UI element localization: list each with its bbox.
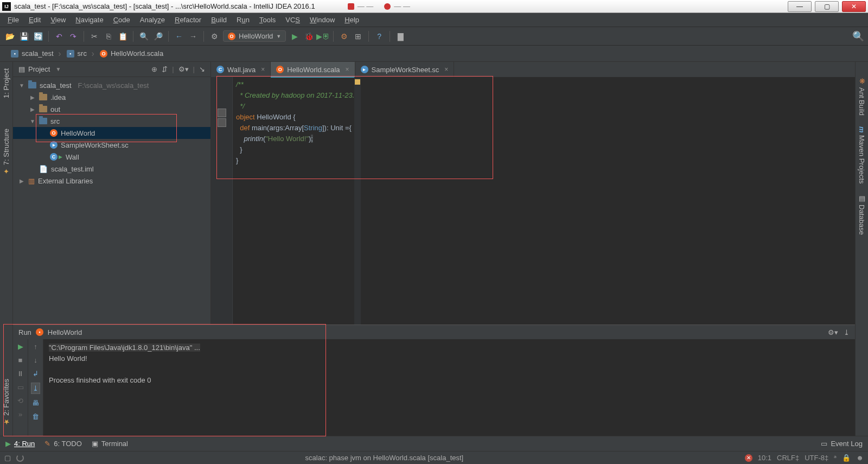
menu-file[interactable]: File <box>3 14 23 26</box>
paste-icon[interactable]: 📋 <box>117 31 128 42</box>
minimize-button[interactable]: — <box>788 1 812 12</box>
tree-arrow-icon[interactable]: ▶ <box>29 106 36 112</box>
menu-help[interactable]: Help <box>340 14 363 26</box>
close-tab-icon[interactable]: × <box>444 66 448 73</box>
tree-arrow-icon[interactable]: ▼ <box>18 82 25 88</box>
stop-icon[interactable]: ■ <box>18 356 23 364</box>
project-view-title[interactable]: Project <box>28 65 50 73</box>
run-coverage-icon[interactable]: ▶⛨ <box>317 31 328 42</box>
copy-icon[interactable]: ⎘ <box>103 31 114 42</box>
soft-wrap-icon[interactable]: ↲ <box>33 370 39 378</box>
tree-node[interactable]: ▶.idea <box>13 91 210 103</box>
collapse-all-icon[interactable]: ⇵ <box>162 65 168 73</box>
cut-icon[interactable]: ✂ <box>89 31 100 42</box>
menu-build[interactable]: Build <box>207 14 231 26</box>
project-structure-icon[interactable]: ⊞ <box>353 31 363 42</box>
menu-tools[interactable]: Tools <box>255 14 280 26</box>
todo-toolwindow-button[interactable]: ✎6: TODO <box>44 440 82 448</box>
menu-refactor[interactable]: Refactor <box>170 14 206 26</box>
menu-window[interactable]: Window <box>305 14 339 26</box>
run-configuration-dropdown[interactable]: O HelloWorld ▼ <box>223 30 286 42</box>
print-icon[interactable]: 🖶 <box>32 399 39 407</box>
close-tab-icon[interactable]: × <box>261 66 265 73</box>
editor-tab[interactable]: OHelloWorld.scala× <box>271 62 355 77</box>
help-icon[interactable]: ? <box>374 31 385 42</box>
lock-icon[interactable]: 🔒 <box>842 454 851 462</box>
maximize-button[interactable]: ▢ <box>815 1 839 12</box>
tree-arrow-icon[interactable]: ▶ <box>18 178 25 184</box>
search-everywhere-icon[interactable]: 🔍 <box>853 31 864 42</box>
run-toolwindow-button[interactable]: ▶4: Run <box>5 440 35 448</box>
run-console-output[interactable]: "C:\Program Files\Java\jdk1.8.0_121\bin\… <box>43 339 855 436</box>
event-log-button[interactable]: ▭Event Log <box>821 440 863 448</box>
open-icon[interactable]: 📂 <box>4 31 15 42</box>
code-content[interactable]: /** * Created by hadoop on 2017-11-23. *… <box>233 77 354 325</box>
caret-position[interactable]: 10:1 <box>758 454 771 462</box>
debug-icon[interactable]: 🐞 <box>303 31 314 42</box>
tree-node[interactable]: C▶Wall <box>13 151 210 163</box>
settings-gear-icon[interactable]: ⚙▾ <box>828 328 838 336</box>
tree-node[interactable]: OHelloWorld <box>13 127 210 139</box>
favorites-toolwindow-tab[interactable]: ★2: Favorites <box>1 374 11 430</box>
scroll-from-source-icon[interactable]: ⊕ <box>151 65 157 73</box>
replace-icon[interactable]: 🔎 <box>152 31 163 42</box>
file-encoding[interactable]: UTF-8‡ <box>805 454 828 462</box>
database-tab[interactable]: ▤Database <box>857 190 867 239</box>
tree-arrow-icon[interactable]: ▶ <box>29 94 36 100</box>
down-icon[interactable]: ↓ <box>34 356 37 364</box>
insert-mode-indicator[interactable]: ᵃ <box>834 454 837 462</box>
menu-analyze[interactable]: Analyze <box>136 14 169 26</box>
chevron-down-icon[interactable]: ▼ <box>55 66 61 72</box>
menu-view[interactable]: View <box>46 14 70 26</box>
breadcrumb-item[interactable]: ▪scala_test <box>5 48 59 59</box>
pause-icon[interactable]: ⏸ <box>17 370 24 378</box>
terminal-toolwindow-button[interactable]: ▣Terminal <box>92 440 128 448</box>
tree-node[interactable]: ▼src <box>13 115 210 127</box>
rerun-icon[interactable]: ▶ <box>18 342 23 351</box>
tree-node[interactable]: ▶out <box>13 103 210 115</box>
stop-icon[interactable]: ⚙ <box>339 31 349 42</box>
editor-tab[interactable]: ▸SampleWorkSheet.sc× <box>355 62 455 77</box>
project-tree[interactable]: ▼scala_testF:\scala_ws\scala_test▶.idea▶… <box>13 77 210 325</box>
breadcrumb-item[interactable]: ▪src <box>61 48 92 59</box>
ant-build-tab[interactable]: ❋Ant Build <box>857 73 867 120</box>
tree-node[interactable]: ▶▥External Libraries <box>13 175 210 187</box>
breadcrumb-item[interactable]: OHelloWorld.scala <box>94 48 169 59</box>
menu-code[interactable]: Code <box>109 14 135 26</box>
menu-navigate[interactable]: Navigate <box>71 14 107 26</box>
forward-icon[interactable]: → <box>188 31 199 42</box>
project-toolwindow-tab[interactable]: 1: Project <box>1 64 11 103</box>
menu-edit[interactable]: Edit <box>24 14 45 26</box>
editor-error-stripe[interactable] <box>354 77 361 325</box>
close-button[interactable]: ✕ <box>842 1 866 12</box>
tree-node[interactable]: ▼scala_testF:\scala_ws\scala_test <box>13 79 210 91</box>
maven-projects-tab[interactable]: mMaven Projects <box>857 122 867 188</box>
sbt-icon[interactable]: ▇ <box>395 31 406 42</box>
code-editor[interactable]: /** * Created by hadoop on 2017-11-23. *… <box>211 77 855 325</box>
dump-threads-icon[interactable]: ▭ <box>17 383 24 391</box>
clear-all-icon[interactable]: 🗑 <box>32 412 39 421</box>
structure-toolwindow-tab[interactable]: ✦7: Structure <box>1 124 11 180</box>
make-project-icon[interactable]: ⚙ <box>209 31 220 42</box>
gutter-run-icon[interactable] <box>218 109 226 117</box>
hide-toolwindow-icon[interactable]: ⤓ <box>844 328 850 336</box>
save-icon[interactable]: 💾 <box>18 31 29 42</box>
find-icon[interactable]: 🔍 <box>138 31 149 42</box>
undo-icon[interactable]: ↶ <box>54 31 65 42</box>
close-tab-icon[interactable]: × <box>346 66 349 73</box>
menu-vcs[interactable]: VCS <box>281 14 304 26</box>
hide-toolwindow-icon[interactable]: ↘ <box>199 65 205 73</box>
tree-node[interactable]: 📄scala_test.iml <box>13 163 210 175</box>
tree-node[interactable]: ▸SampleWorkSheet.sc <box>13 139 210 151</box>
toolwindows-quick-access-icon[interactable]: ▢ <box>4 454 11 462</box>
redo-icon[interactable]: ↷ <box>68 31 79 42</box>
run-icon[interactable]: ▶ <box>289 31 300 42</box>
gutter-run-icon[interactable] <box>218 118 226 127</box>
hector-icon[interactable]: ☻ <box>856 454 864 462</box>
settings-gear-icon[interactable]: ⚙▾ <box>178 65 189 73</box>
back-icon[interactable]: ← <box>174 31 184 42</box>
error-indicator-icon[interactable]: ✕ <box>745 454 752 462</box>
menu-run[interactable]: Run <box>232 14 254 26</box>
tree-arrow-icon[interactable]: ▼ <box>29 118 36 124</box>
line-separator[interactable]: CRLF‡ <box>777 454 799 462</box>
